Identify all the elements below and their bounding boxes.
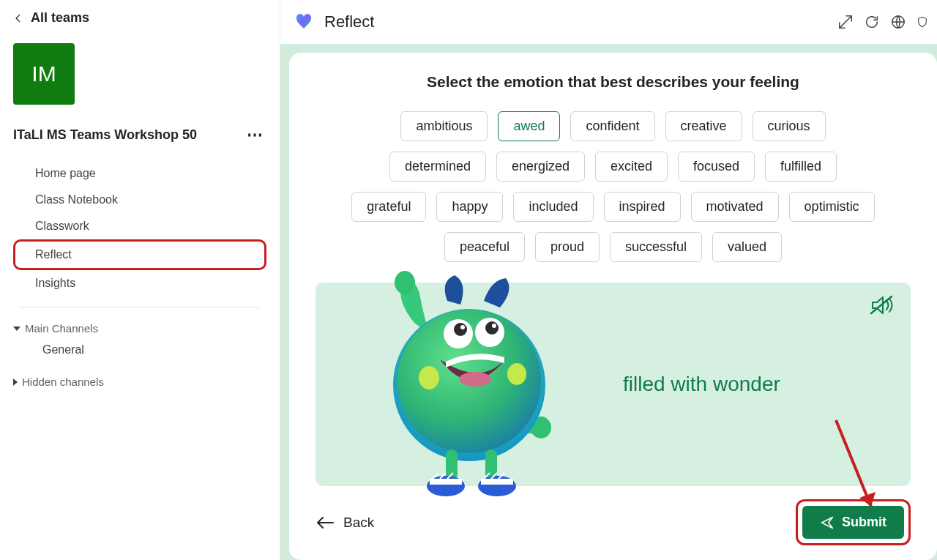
nav-classwork[interactable]: Classwork	[13, 213, 266, 239]
hidden-channels-label: Hidden channels	[22, 376, 104, 388]
send-icon	[820, 515, 835, 530]
all-teams-back[interactable]: All teams	[13, 10, 266, 26]
avatar-initials: IM	[31, 61, 56, 86]
emotion-prompt: Select the emotion that best describes y…	[316, 73, 911, 91]
reflect-heart-icon	[295, 13, 313, 31]
mute-icon[interactable]	[870, 294, 895, 316]
nav-insights[interactable]: Insights	[13, 270, 266, 296]
all-teams-label: All teams	[31, 10, 89, 26]
emotion-chip-motivated[interactable]: motivated	[691, 192, 779, 222]
chevron-left-icon	[13, 13, 23, 23]
emotion-chip-energized[interactable]: energized	[496, 152, 585, 182]
reflect-card: Select the emotion that best describes y…	[289, 53, 937, 560]
nav-class-notebook[interactable]: Class Notebook	[13, 187, 266, 213]
svg-point-6	[507, 363, 526, 385]
nav-home-page[interactable]: Home page	[13, 160, 266, 187]
team-avatar[interactable]: IM	[13, 43, 75, 105]
svg-rect-19	[481, 479, 513, 485]
emotion-chip-inspired[interactable]: inspired	[604, 192, 681, 222]
sidebar-nav: Home page Class Notebook Classwork Refle…	[13, 160, 266, 296]
emotion-chip-grateful[interactable]: grateful	[351, 192, 426, 222]
refresh-icon[interactable]	[864, 14, 880, 30]
emotion-chip-fulfilled[interactable]: fulfilled	[765, 152, 837, 182]
main-channels-header[interactable]: Main Channels	[13, 318, 266, 339]
sidebar-divider	[20, 307, 259, 307]
feelings-monster	[316, 283, 579, 486]
emotion-chip-determined[interactable]: determined	[389, 152, 486, 182]
emotion-chip-valued[interactable]: valued	[712, 232, 782, 262]
main-pane: Reflect Select the emotion that best des…	[280, 0, 937, 560]
svg-line-21	[836, 420, 871, 507]
back-button[interactable]: Back	[316, 515, 374, 531]
back-label: Back	[343, 515, 374, 531]
emotion-chip-included[interactable]: included	[513, 192, 593, 222]
emotion-chip-excited[interactable]: excited	[595, 152, 668, 182]
team-more-icon[interactable]: ⋯	[244, 125, 266, 144]
svg-point-12	[492, 324, 496, 328]
submit-label: Submit	[842, 515, 886, 530]
team-name: ITaLI MS Teams Workshop 50	[13, 127, 197, 143]
tab-bar: Reflect	[280, 0, 937, 44]
shield-icon[interactable]	[917, 14, 928, 30]
hidden-channels-header[interactable]: Hidden channels	[13, 371, 266, 392]
emotion-chip-proud[interactable]: proud	[535, 232, 600, 262]
svg-point-10	[485, 321, 499, 335]
nav-reflect[interactable]: Reflect	[13, 239, 266, 270]
submit-annotation-box: Submit	[796, 499, 911, 545]
svg-point-13	[459, 372, 491, 387]
tab-title: Reflect	[324, 12, 374, 31]
emotion-chip-focused[interactable]: focused	[678, 152, 755, 182]
channel-general[interactable]: General	[13, 339, 266, 361]
feeling-panel: filled with wonder	[316, 283, 911, 486]
main-channels-label: Main Channels	[25, 322, 98, 335]
emotion-chips: ambitiousawedconfidentcreativecuriousdet…	[350, 111, 877, 262]
expand-icon[interactable]	[837, 14, 854, 30]
emotion-chip-awed[interactable]: awed	[498, 111, 560, 141]
emotion-chip-optimistic[interactable]: optimistic	[789, 192, 875, 222]
emotion-chip-happy[interactable]: happy	[436, 192, 503, 222]
feeling-description: filled with wonder	[623, 373, 780, 396]
caret-right-icon	[13, 378, 18, 386]
emotion-chip-curious[interactable]: curious	[753, 111, 826, 141]
caret-down-icon	[13, 326, 20, 331]
svg-rect-18	[430, 479, 462, 485]
svg-point-9	[454, 323, 467, 336]
svg-rect-14	[446, 449, 458, 480]
reflect-canvas: Select the emotion that best describes y…	[280, 44, 937, 560]
submit-button[interactable]: Submit	[802, 506, 904, 539]
emotion-chip-creative[interactable]: creative	[665, 111, 742, 141]
emotion-chip-peaceful[interactable]: peaceful	[444, 232, 525, 262]
svg-point-11	[460, 325, 465, 329]
emotion-chip-successful[interactable]: successful	[610, 232, 702, 262]
svg-point-5	[419, 366, 439, 389]
emotion-chip-ambitious[interactable]: ambitious	[400, 111, 488, 141]
svg-point-1	[395, 271, 415, 294]
teams-sidebar: All teams IM ITaLI MS Teams Workshop 50 …	[0, 0, 280, 560]
emotion-chip-confident[interactable]: confident	[570, 111, 654, 141]
globe-icon[interactable]	[890, 14, 906, 30]
arrow-left-icon	[316, 516, 335, 529]
